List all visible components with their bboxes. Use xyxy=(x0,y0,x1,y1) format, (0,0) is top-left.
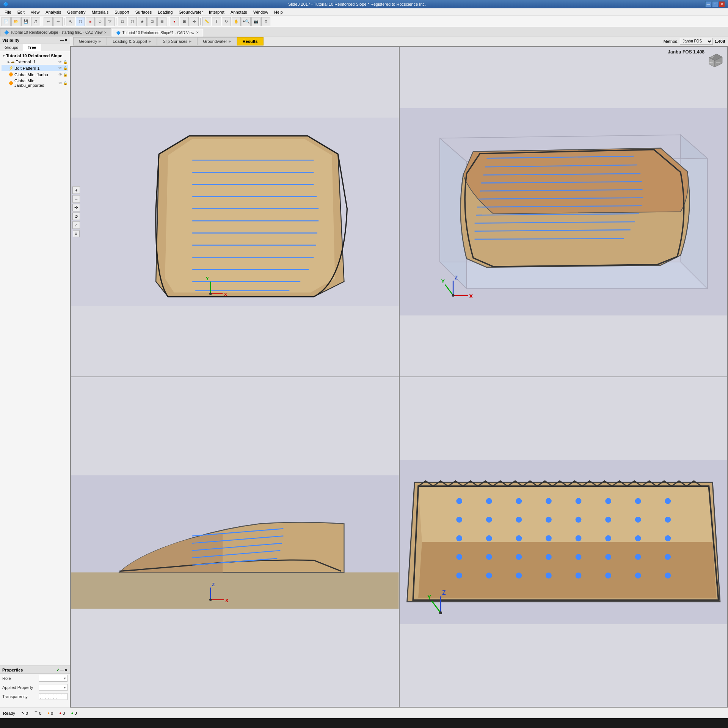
method-select[interactable]: Janbu FOS Bishop FOS Spencer FOS xyxy=(680,38,713,45)
sep2 xyxy=(64,18,64,25)
nav-step-slip[interactable]: Slip Surfaces ▶ xyxy=(157,37,197,46)
tb-print[interactable]: 🖨 xyxy=(31,17,40,26)
props-close[interactable]: ✕ xyxy=(64,668,67,672)
tb-3d3[interactable]: ◈ xyxy=(138,17,147,26)
menu-annotate[interactable]: Annotate xyxy=(228,9,250,15)
tb-rotate-view[interactable]: ↻ xyxy=(222,17,231,26)
tb-shape2[interactable]: ◇ xyxy=(96,17,105,26)
tab-2[interactable]: 🔷 Tutorial 10 Reinforced Slope*1 - CAD V… xyxy=(112,29,203,36)
vp-zoom-in[interactable]: + xyxy=(72,186,80,194)
tb-annotate[interactable]: T xyxy=(212,17,221,26)
janbui-lock[interactable]: 🔒 xyxy=(63,81,67,85)
props-check[interactable]: ✓ xyxy=(56,668,60,672)
vis-tab-groups[interactable]: Groups xyxy=(0,44,23,51)
tb-snap[interactable]: ✛ xyxy=(190,17,199,26)
props-minimize[interactable]: — xyxy=(60,668,64,672)
vis-tab-tree[interactable]: Tree xyxy=(23,44,41,51)
vp-fit[interactable]: ⤢ xyxy=(72,221,80,229)
ext1-expand[interactable]: ▶ xyxy=(8,60,10,64)
bolt-lock[interactable]: 🔒 xyxy=(63,66,67,70)
janbui-eye[interactable]: 👁 xyxy=(58,81,62,85)
prop-trans-value[interactable]: · · · · · · · · · · · · · · · · · xyxy=(39,693,67,700)
nav-step-geometry[interactable]: Geometry ▶ xyxy=(73,37,107,46)
nav-slip-arrow: ▶ xyxy=(189,39,191,43)
tree-item-janbu-import: 🔶 Global Min: Janbu_imported 👁 🔒 xyxy=(2,78,68,88)
visibility-minimize[interactable]: — xyxy=(60,38,64,42)
menu-geometry[interactable]: Geometry xyxy=(64,9,88,15)
nav-step-groundwater[interactable]: Groundwater ▶ xyxy=(197,37,237,46)
toolbar: 📄 📂 💾 🖨 ↩ ↪ ↖ ⬡ ■ ◇ ▽ □ ⬡ ◈ ⊡ ⊞ ● ⊞ ✛ 📏 … xyxy=(0,16,728,27)
visibility-close[interactable]: ✕ xyxy=(64,38,67,42)
svg-point-70 xyxy=(486,498,492,504)
nav-geometry-label: Geometry xyxy=(79,39,97,44)
tb-undo[interactable]: ↩ xyxy=(44,17,53,26)
svg-point-72 xyxy=(546,498,552,504)
nav-step-results[interactable]: Results xyxy=(237,37,264,46)
tb-zoom-window[interactable]: ⬡ xyxy=(76,17,85,26)
tb-3d2[interactable]: ⬡ xyxy=(128,17,137,26)
tb-save[interactable]: 💾 xyxy=(21,17,30,26)
tb-measure[interactable]: 📏 xyxy=(202,17,211,26)
status-item-5: ● 0 xyxy=(71,711,77,715)
status-node-icon: ● xyxy=(47,711,50,715)
ext1-eye[interactable]: 👁 xyxy=(58,60,62,64)
tab-1-close[interactable]: ✕ xyxy=(104,31,107,35)
status-item-3: ● 0 xyxy=(47,711,53,715)
menu-edit[interactable]: Edit xyxy=(14,9,28,15)
menu-file[interactable]: File xyxy=(2,9,14,15)
tb-open[interactable]: 📂 xyxy=(11,17,20,26)
tab-1[interactable]: 🔷 Tutorial 10 Reinforced Slope - startin… xyxy=(0,28,111,36)
menu-groundwater[interactable]: Groundwater xyxy=(176,9,206,15)
tb-settings[interactable]: ⚙ xyxy=(261,17,270,26)
janbu-lock[interactable]: 🔒 xyxy=(63,72,67,77)
status-bar: Ready ↖ 0 ⌒ 0 ● 0 ● 0 ● 0 xyxy=(0,708,728,718)
vp-rotate[interactable]: ↺ xyxy=(72,212,80,220)
nav-step-loading[interactable]: Loading & Support ▶ xyxy=(107,37,157,46)
menu-interpret[interactable]: Interpret xyxy=(206,9,228,15)
tb-3d4[interactable]: ⊡ xyxy=(147,17,157,26)
janbu-eye[interactable]: 👁 xyxy=(58,72,62,77)
props-header: Properties ✓ — ✕ xyxy=(0,666,70,674)
vp-pan[interactable]: ✛ xyxy=(72,204,80,211)
tb-select[interactable]: ↖ xyxy=(66,17,75,26)
menu-analysis[interactable]: Analysis xyxy=(42,9,64,15)
vp-zoom-out[interactable]: − xyxy=(72,195,80,202)
tb-shape3[interactable]: ▽ xyxy=(105,17,115,26)
menu-materials[interactable]: Materials xyxy=(89,9,112,15)
menu-view[interactable]: View xyxy=(28,9,43,15)
svg-point-95 xyxy=(516,554,522,560)
tb-redo[interactable]: ↪ xyxy=(53,17,63,26)
nav-cube[interactable]: TOP LEFT FRONT xyxy=(705,50,724,69)
tb-camera[interactable]: 📷 xyxy=(251,17,260,26)
svg-point-107 xyxy=(635,573,641,579)
tb-node[interactable]: ● xyxy=(170,17,179,26)
menu-support[interactable]: Support xyxy=(111,9,132,15)
prop-role-value[interactable]: ▼ xyxy=(39,675,67,682)
tb-grid[interactable]: ⊞ xyxy=(180,17,189,26)
ext1-lock[interactable]: 🔒 xyxy=(63,60,67,64)
menu-window[interactable]: Window xyxy=(250,9,271,15)
tb-shape1[interactable]: ■ xyxy=(86,17,95,26)
menu-surfaces[interactable]: Surfaces xyxy=(132,9,155,15)
svg-text:TOP: TOP xyxy=(711,56,714,58)
status-curve-icon: ⌒ xyxy=(34,711,38,716)
menu-help[interactable]: Help xyxy=(271,9,286,15)
prop-applied-value[interactable]: ▼ xyxy=(39,684,67,691)
bolt-eye[interactable]: 👁 xyxy=(58,66,62,70)
minimize-button[interactable]: — xyxy=(705,1,711,7)
nav-gw-label: Groundwater xyxy=(203,39,227,44)
tb-3d1[interactable]: □ xyxy=(118,17,127,26)
tb-zoom-in[interactable]: +🔍 xyxy=(242,17,251,26)
vp-zoom-all[interactable]: ⊞ xyxy=(73,230,80,237)
tb-3d5[interactable]: ⊞ xyxy=(157,17,166,26)
transparency-slider[interactable]: · · · · · · · · · · · · · · · · · xyxy=(40,693,66,700)
janbu-icon: 🔶 xyxy=(8,72,14,77)
window-controls: — □ ✕ xyxy=(705,1,725,7)
tab-2-close[interactable]: ✕ xyxy=(196,31,199,35)
tb-new[interactable]: 📄 xyxy=(2,17,11,26)
tb-pan[interactable]: ✋ xyxy=(232,17,241,26)
close-button[interactable]: ✕ xyxy=(719,1,725,7)
maximize-button[interactable]: □ xyxy=(712,1,718,7)
root-expand[interactable]: ▼ xyxy=(2,54,5,58)
menu-loading[interactable]: Loading xyxy=(155,9,176,15)
